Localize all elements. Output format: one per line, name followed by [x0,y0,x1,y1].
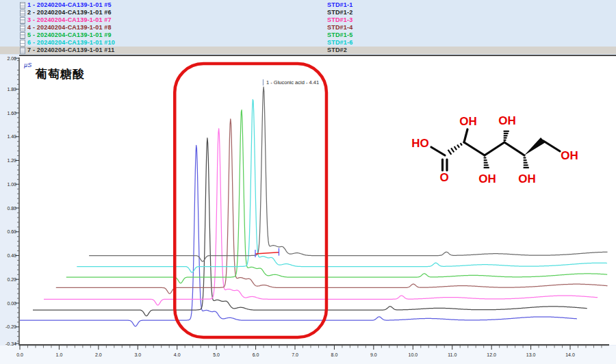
legend-row[interactable]: 2 - 20240204-CA139-1-01 #6STD#1-2 [0,9,616,16]
x-tick-label: 7.0 [292,352,298,357]
chromatogram-file-icon [20,25,25,31]
legend-standard-name: STD#1-1 [327,1,352,9]
x-tick-label: 9.0 [370,352,377,357]
x-tick-label: 12.0 [487,352,496,357]
y-tick-label: -0.20 [5,324,16,329]
wedge-bond-c5-c6 [524,138,546,155]
atom-label-oh-c4: OH [498,114,516,127]
legend-row[interactable]: 5 - 20240204-CA139-1-01 #9STD#1-5 [0,31,616,39]
hash-bond-c3-oh [484,158,489,168]
atom-label-o: O [439,171,448,184]
x-tick-label: 10.0 [408,352,418,357]
legend-injection-name: 2 - 20240204-CA139-1-01 #6 [27,9,112,16]
atom-label-ho: HO [411,137,429,150]
bond-c6-oh [543,141,560,151]
x-tick-label: 5.0 [213,352,220,357]
legend-injection-name: 1 - 20240204-CA139-1-01 #5 [27,1,112,9]
bond-c3-c4 [485,142,504,155]
x-tick-label: 14.0 [565,352,575,357]
y-tick-label: 1.20 [7,158,16,163]
chromatogram-file-icon [20,40,25,47]
chromatography-app-window: { "legend": { "rows": [ {"label":"1 - 20… [0,0,616,364]
x-tick-label: 13.0 [526,352,536,357]
atom-label-oh-c3: OH [478,172,496,185]
chromatogram-file-icon [20,17,25,24]
legend-standard-name: STD#1-2 [327,9,352,16]
legend-injection-name: 3 - 20240204-CA139-1-01 #7 [27,16,112,24]
x-tick-label: 3.0 [134,352,141,357]
injection-legend-panel: 1 - 20240204-CA139-1-01 #5STD#1-12 - 202… [0,0,616,55]
bond-ho-c1 [431,147,445,155]
x-tick-label: 8.0 [331,352,338,357]
y-tick-label: 1.40 [7,134,16,139]
x-tick-label: 2.0 [95,352,102,357]
atom-label-oh-c2: OH [459,115,477,128]
legend-injection-name: 7 - 20240204-CA139-1-01 #11 [27,47,115,54]
legend-row[interactable]: 6 - 20240204-CA139-1-01 #10STD#1-6 [0,39,616,47]
y-tick-label: 2.06 [7,56,16,61]
legend-injection-name: 5 - 20240204-CA139-1-01 #9 [27,31,112,39]
y-tick-label: 1.80 [7,87,16,92]
y-tick-label: 0.20 [7,277,16,282]
chromatogram-file-icon [20,10,25,16]
hash-bond-c4-oh [504,131,509,140]
legend-row[interactable]: 3 - 20240204-CA139-1-01 #7STD#1-3 [0,16,616,24]
legend-standard-name: STD#1-4 [327,24,352,31]
legend-standard-name: STD#2 [327,47,347,54]
y-tick-label: 0.60 [7,229,16,234]
legend-row[interactable]: 7 - 20240204-CA139-1-01 #11STD#2 [0,47,616,54]
x-tick-label: 1.0 [56,352,63,357]
x-axis-line [19,344,609,346]
x-tick-label: 6.0 [253,352,259,357]
atom-label-oh-c5: OH [518,172,536,185]
x-tick-label: 11.0 [448,352,457,357]
y-tick-label: 0.40 [7,253,16,258]
integration-baseline [255,252,279,254]
bond-c2-c3 [464,142,485,155]
y-tick-label: 0.80 [7,206,16,211]
legend-standard-name: STD#1-3 [327,16,352,24]
legend-injection-name: 6 - 20240204-CA139-1-01 #10 [27,39,115,47]
legend-separator-line [19,55,616,56]
bond-c4-c5 [504,142,524,155]
legend-injection-name: 4 - 20240204-CA139-1-01 #8 [27,24,112,31]
hash-bond-c1-c2 [448,143,462,155]
legend-row[interactable]: 4 - 20240204-CA139-1-01 #8STD#1-4 [0,24,616,31]
x-tick-label: 4.0 [174,352,181,357]
chinese-annotation-title: 葡萄糖酸 [36,66,85,82]
peak-label: 1 - Gluconic acid - 4.41 [266,79,319,86]
y-tick-label: 1.60 [7,111,16,116]
chromatogram-file-icon [20,32,25,39]
gluconic-acid-structure: HO O OH OH OH OH OH [400,101,599,204]
legend-row[interactable]: 1 - 20240204-CA139-1-01 #5STD#1-1 [0,1,616,9]
x-tick-label: 0.0 [16,352,23,357]
y-tick-label: 1.00 [7,182,16,187]
atom-label-oh-end: OH [561,149,578,162]
legend-standard-name: STD#1-5 [327,31,352,39]
y-axis-unit-label: µS [24,62,31,68]
y-tick-label: 0.00 [7,301,16,306]
chromatogram-file-icon [20,2,25,9]
legend-standard-name: STD#1-6 [327,39,352,47]
hash-bond-c5-oh [524,158,529,168]
bond-c2-oh [464,129,467,142]
y-tick-label: -0.34 [5,341,16,346]
chromatogram-file-icon [20,47,25,54]
